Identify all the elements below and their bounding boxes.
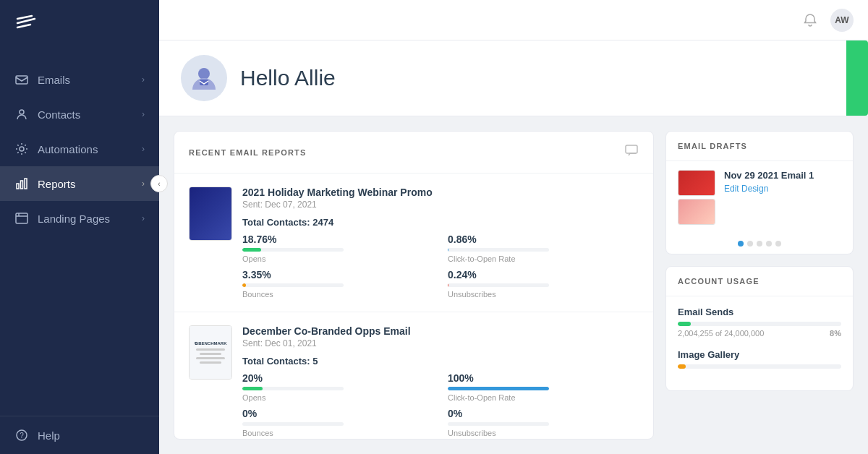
- draft-thumbnail-top[interactable]: [678, 170, 715, 196]
- main-content: AW Hello Allie RECENT EMAIL REPORTS: [159, 0, 868, 454]
- sidebar-label-contacts: Contacts: [38, 108, 142, 121]
- account-usage-title: ACCOUNT USAGE: [666, 267, 853, 296]
- usage-content: Email Sends 2,004,255 of 24,000,000 8% I…: [666, 296, 853, 390]
- total-contacts-label: Total Contacts: 2474: [242, 217, 639, 228]
- svg-point-5: [20, 147, 24, 151]
- report-details: 2021 Holiday Marketing Webinar Promo Sen…: [242, 187, 639, 299]
- stat-click-to-open: 0.86% Click-to-Open Rate: [448, 234, 639, 263]
- svg-point-4: [20, 110, 24, 114]
- report-stats-grid: 20% Opens 100% Click-to-Open Rate 0%: [242, 372, 639, 437]
- chevron-icon-contacts: ›: [142, 109, 145, 119]
- email-sends-usage: Email Sends 2,004,255 of 24,000,000 8%: [678, 307, 841, 338]
- notification-bell[interactable]: [799, 9, 822, 32]
- report-sent-date: Sent: Dec 01, 2021: [242, 338, 639, 348]
- svg-point-14: [198, 68, 210, 80]
- sidebar-item-contacts[interactable]: Contacts ›: [0, 97, 159, 132]
- dot-2[interactable]: [747, 241, 753, 247]
- report-name[interactable]: December Co-Branded Opps Email: [242, 325, 639, 337]
- email-sends-pct: 8%: [830, 329, 841, 338]
- stat-opens: 20% Opens: [242, 372, 433, 402]
- report-thumbnail[interactable]: [189, 187, 232, 241]
- report-name[interactable]: 2021 Holiday Marketing Webinar Promo: [242, 187, 639, 198]
- edit-design-link[interactable]: Edit Design: [724, 184, 841, 194]
- user-avatar[interactable]: AW: [830, 9, 854, 32]
- sidebar-collapse-button[interactable]: ‹: [150, 175, 168, 192]
- nav-items: Emails › Contacts › Automations ›: [0, 55, 159, 416]
- sidebar-label-automations: Automations: [38, 143, 142, 155]
- report-sent-date: Sent: Dec 07, 2021: [242, 200, 639, 210]
- email-drafts-panel: EMAIL DRAFTS Nov 29 2021 Email 1: [665, 131, 854, 254]
- right-panels: EMAIL DRAFTS Nov 29 2021 Email 1: [665, 131, 854, 440]
- image-gallery-label: Image Gallery: [678, 349, 841, 360]
- sidebar-item-automations[interactable]: Automations ›: [0, 132, 159, 166]
- chevron-icon-automations: ›: [142, 144, 145, 154]
- svg-rect-16: [626, 145, 637, 153]
- reports-panel-header: RECENT EMAIL REPORTS: [174, 132, 653, 174]
- email-sends-count: 2,004,255 of 24,000,000: [678, 329, 764, 338]
- sidebar-item-reports[interactable]: Reports › ‹: [0, 166, 159, 201]
- reports-panel-title: RECENT EMAIL REPORTS: [189, 148, 307, 157]
- dot-3[interactable]: [757, 241, 762, 247]
- drafts-content: Nov 29 2021 Email 1 Edit Design: [666, 161, 853, 234]
- stat-unsubscribes: 0.24% Unsubscribes: [448, 269, 639, 299]
- user-greeting-avatar: [181, 55, 227, 101]
- svg-rect-9: [16, 213, 27, 223]
- report-details: December Co-Branded Opps Email Sent: Dec…: [242, 325, 639, 437]
- total-contacts-label: Total Contacts: 5: [242, 356, 639, 367]
- message-icon[interactable]: [624, 143, 639, 161]
- svg-rect-3: [16, 76, 27, 84]
- stat-click-to-open: 100% Click-to-Open Rate: [448, 372, 639, 402]
- image-gallery-bar: [678, 364, 686, 369]
- account-usage-panel: ACCOUNT USAGE Email Sends 2,004,255 of 2…: [665, 266, 854, 391]
- report-item: 2021 Holiday Marketing Webinar Promo Sen…: [174, 174, 653, 312]
- draft-info: Nov 29 2021 Email 1 Edit Design: [724, 170, 841, 194]
- draft-name: Nov 29 2021 Email 1: [724, 170, 841, 181]
- email-sends-bar: [678, 322, 691, 326]
- email-sends-label: Email Sends: [678, 307, 841, 317]
- dot-1[interactable]: [738, 241, 744, 247]
- email-drafts-title: EMAIL DRAFTS: [666, 132, 853, 161]
- svg-rect-7: [21, 181, 23, 189]
- report-item: ⧉ BENCHMARK December Co-Branded Opps Ema…: [174, 312, 653, 440]
- stat-unsubscribes: 0% Unsubscribes: [448, 408, 639, 437]
- sidebar-item-emails[interactable]: Emails ›: [0, 62, 159, 97]
- sidebar-help-item[interactable]: ? Help: [14, 428, 145, 442]
- image-gallery-usage: Image Gallery: [678, 349, 841, 369]
- sidebar-label-emails: Emails: [38, 74, 142, 86]
- sidebar-label-landing-pages: Landing Pages: [38, 213, 142, 225]
- topbar: AW: [159, 0, 868, 40]
- draft-thumbnail-bottom[interactable]: [678, 199, 715, 225]
- svg-line-1: [17, 19, 35, 23]
- sidebar-label-reports: Reports: [38, 178, 142, 190]
- help-label: Help: [38, 429, 145, 442]
- email-sends-bar-wrap: [678, 322, 841, 326]
- report-stats-grid: 18.76% Opens 0.86% Click-to-Open Rate 3.…: [242, 234, 639, 299]
- sidebar-item-landing-pages[interactable]: Landing Pages ›: [0, 201, 159, 236]
- reports-panel: RECENT EMAIL REPORTS 2021 Holiday Ma: [174, 131, 654, 440]
- report-thumbnail[interactable]: ⧉ BENCHMARK: [189, 325, 232, 380]
- image-gallery-bar-wrap: [678, 364, 841, 369]
- chevron-icon-emails: ›: [142, 74, 145, 85]
- page-content: Hello Allie RECENT EMAIL REPORTS: [159, 40, 868, 454]
- stat-bounces: 0% Bounces: [242, 408, 433, 437]
- dashboard-columns: RECENT EMAIL REPORTS 2021 Holiday Ma: [159, 116, 868, 454]
- sidebar-bottom: ? Help: [0, 416, 159, 454]
- chevron-icon-landing-pages: ›: [142, 213, 145, 223]
- stat-opens: 18.76% Opens: [242, 234, 433, 263]
- stat-bounces: 3.35% Bounces: [242, 269, 433, 299]
- svg-rect-6: [17, 184, 19, 189]
- svg-line-0: [17, 16, 32, 19]
- svg-text:?: ?: [20, 432, 24, 440]
- logo[interactable]: [0, 0, 159, 55]
- email-sends-meta: 2,004,255 of 24,000,000 8%: [678, 329, 841, 338]
- promo-badge: [846, 40, 868, 116]
- draft-pagination-dots: [666, 234, 853, 254]
- hello-header: Hello Allie: [159, 40, 868, 116]
- sidebar: Emails › Contacts › Automations ›: [0, 0, 159, 454]
- svg-rect-8: [25, 179, 27, 189]
- svg-line-2: [17, 25, 30, 27]
- greeting-title: Hello Allie: [240, 66, 336, 90]
- dot-4[interactable]: [766, 241, 772, 247]
- draft-thumbnails: [678, 170, 715, 225]
- dot-5[interactable]: [775, 241, 781, 247]
